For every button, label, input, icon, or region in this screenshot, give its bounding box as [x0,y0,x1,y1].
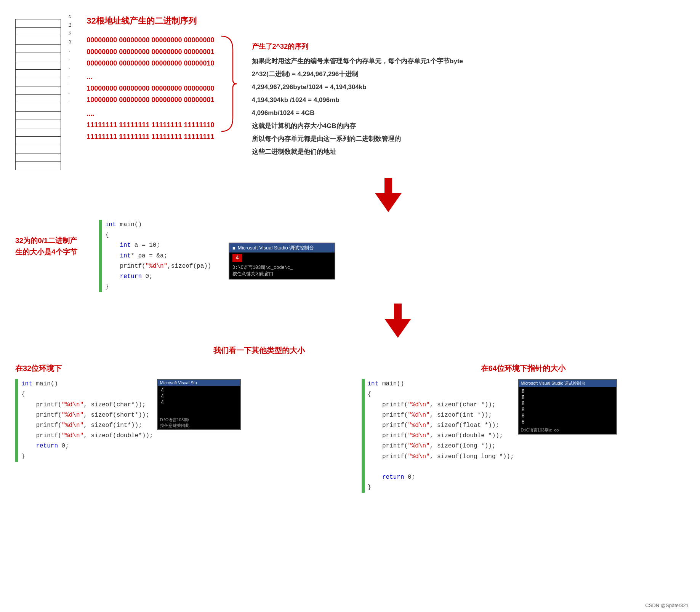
mid-console-title: Microsoft Visual Studio 调试控制台 [238,244,314,251]
br-val-2: 8 [522,395,613,401]
br-val-5: 8 [522,413,613,419]
mid-console-overlay: ■ Microsoft Visual Studio 调试控制台 4 D:\C语言… [229,243,335,280]
binary-line-1-0: 00000000 00000000 00000000 00000000 [86,34,214,46]
binary-group1: 00000000 00000000 00000000 00000000 0000… [86,34,214,69]
bottom-section: 在32位环境下 int main() { printf("%d\n", size… [0,363,700,493]
mem-label-dot2: . [69,54,71,62]
mid-label-line2: 生的大小是4个字节 [15,248,77,256]
middle-section: 32为的0/1二进制产 生的大小是4个字节 int main() { int a… [0,220,700,292]
bottom-right-code-console: int main() { printf("%d\n", sizeof(char … [362,379,685,493]
annotation-line-6: 这些二进制数就是他们的地址 [252,145,463,158]
memory-grid [15,19,69,170]
mid-label-line1: 32为的0/1二进制产 [15,236,77,244]
binary-line-2-0: 10000000 00000000 00000000 00000000 [86,83,214,94]
right-annotation: 产生了2^32的序列 如果此时用这产生的编号来管理每个内存单元，每个内存单元1个… [252,42,463,158]
memory-grid-wrapper: 0 1 2 3 . . . . . . . [15,11,71,170]
br-val-3: 8 [522,401,613,407]
mem-label-dot3: . [69,62,71,71]
code-content: int main() { int a = 10; int* pa = &a; p… [105,220,211,292]
annotation-line-2: 4,194,304kb /1024 = 4,096mb [252,94,463,107]
mem-label-dot5: . [69,79,71,88]
mem-label-1: 1 [69,21,71,29]
bottom-right-title: 在64位环境下指针的大小 [362,363,685,374]
bl-val-1: 4 [161,387,237,393]
arrow1-shaft [384,178,392,193]
console-icon: ■ [232,245,235,251]
annotation-line-3: 4,096mb/1024 = 4GB [252,107,463,120]
binary-line-2-1: 10000000 00000000 00000000 00000001 [86,94,214,106]
top-right-content: 32根地址线产生的二进制序列 00000000 00000000 0000000… [86,11,685,158]
binary-line-3-0: 11111111 11111111 11111111 11111110 [86,119,214,131]
annotation-line-0: 2^32(二进制) = 4,294,967,296十进制 [252,68,463,81]
br-code-inner: int main() { printf("%d\n", sizeof(char … [362,379,514,493]
annotation-title: 产生了2^32的序列 [252,42,463,51]
arrow1-container [0,178,700,212]
br-val-4: 8 [522,407,613,413]
bl-console: Microsoft Visual Stu 4 4 4 D:\C语言103期\ 按… [157,379,241,430]
annotation-line-1: 4,294,967,296byte/1024 = 4,194,304kb [252,81,463,94]
arrow1 [375,178,402,212]
ellipsis1: ... [86,73,214,81]
binary-blocks: 00000000 00000000 00000000 00000000 0000… [86,34,214,146]
annotation-line-5: 所以每个内存单元都是由这一系列的二进制数管理的 [252,133,463,145]
br-val-6: 8 [522,419,613,425]
mem-label-dot7: . [69,96,71,104]
arrow1-head [375,193,402,212]
mem-label-dot6: . [69,88,71,96]
mem-label-2: 2 [69,29,71,37]
bl-val-3: 4 [161,399,237,406]
annotation-line-4: 这就是计算机的内存大小4GB的内存 [252,120,463,133]
brace-svg [218,34,240,133]
memory-labels: 0 1 2 3 . . . . . . . [69,12,71,104]
bottom-left: 在32位环境下 int main() { printf("%d\n", size… [15,363,339,462]
bottom-left-code-console: int main() { printf("%d\n", sizeof(char*… [15,379,339,462]
mid-console-titlebar: ■ Microsoft Visual Studio 调试控制台 [229,243,335,252]
console-path: D:\C语言103期\c_code\c_ [232,264,332,271]
arrow2-shaft [394,304,402,319]
br-console-title: Microsoft Visual Studio 调试控制台 [519,380,616,387]
bl-console-path: D:\C语言103期\ 按任意键关闭此 [158,416,240,429]
arrow2-label: 我们看一下其他类型的大小 [0,345,700,356]
arrow2-head [384,319,411,338]
mid-console-body: 4 D:\C语言103期\c_code\c_ 按任意键关闭此窗口 [229,252,335,279]
binary-and-annotation: 00000000 00000000 00000000 00000000 0000… [86,34,685,158]
br-console-body: 8 8 8 8 8 8 [519,387,616,427]
console-prompt: 按任意键关闭此窗口 [232,271,332,277]
br-console: Microsoft Visual Studio 调试控制台 8 8 8 8 8 … [518,379,617,435]
mem-label-0: 0 [69,12,71,21]
br-green-marker [362,379,365,493]
binary-group2: 10000000 00000000 00000000 00000000 1000… [86,83,214,106]
bl-console-body: 4 4 4 [158,386,240,416]
code-block-inner: int main() { int a = 10; int* pa = &a; p… [99,220,211,292]
bl-code-inner: int main() { printf("%d\n", sizeof(char*… [15,379,153,462]
arrow2-container [0,304,700,338]
bottom-left-code: int main() { printf("%d\n", sizeof(char*… [15,379,153,462]
bottom-left-title: 在32位环境下 [15,363,339,374]
mid-left-label: 32为的0/1二进制产 生的大小是4个字节 [15,220,84,258]
console-value: 4 [232,254,242,262]
bl-console-title: Microsoft Visual Stu [158,380,240,386]
mid-label-text: 32为的0/1二进制产 生的大小是4个字节 [15,235,84,258]
bl-green-marker [15,379,18,462]
binary-group3: 11111111 11111111 11111111 11111110 1111… [86,119,214,142]
ellipsis2: .... [86,110,214,118]
mid-code-block: int main() { int a = 10; int* pa = &a; p… [99,220,211,292]
bl-code-content: int main() { printf("%d\n", sizeof(char*… [21,379,153,462]
memory-table [15,19,61,170]
annotation-body: 如果此时用这产生的编号来管理每个内存单元，每个内存单元1个字节byte 2^32… [252,55,463,158]
arrow2 [384,304,411,338]
bottom-right: 在64位环境下指针的大小 int main() { printf("%d\n",… [362,363,685,493]
br-val-1: 8 [522,388,613,395]
bottom-right-code: int main() { printf("%d\n", sizeof(char … [362,379,514,493]
top-section: 0 1 2 3 . . . . . . . 32根地址线产生的二进制序列 000… [0,0,700,170]
mid-code-console: int main() { int a = 10; int* pa = &a; p… [99,220,211,292]
annotation-subtitle: 如果此时用这产生的编号来管理每个内存单元，每个内存单元1个字节byte [252,55,463,68]
mem-label-3: 3 [69,37,71,46]
mem-label-dot1: . [69,46,71,54]
mem-label-dot4: . [69,71,71,79]
bl-val-2: 4 [161,393,237,399]
binary-line-1-2: 00000000 00000000 00000000 00000010 [86,58,214,69]
binary-line-3-1: 11111111 11111111 11111111 11111111 [86,131,214,143]
top-title: 32根地址线产生的二进制序列 [86,15,685,27]
br-console-footer: D:\C语言103期\c_co [519,427,616,434]
